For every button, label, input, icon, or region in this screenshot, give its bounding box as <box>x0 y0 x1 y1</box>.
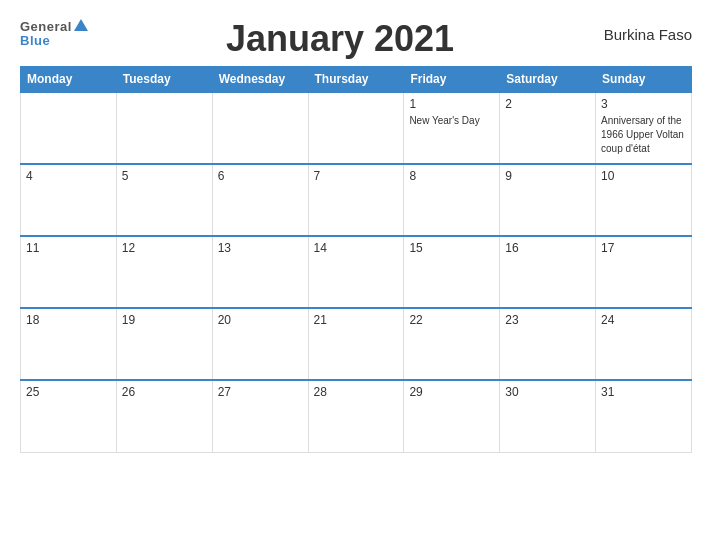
day-number: 17 <box>601 241 686 255</box>
day-number: 3 <box>601 97 686 111</box>
calendar-cell: 30 <box>500 380 596 452</box>
weekday-header-thursday: Thursday <box>308 67 404 93</box>
logo: General Blue <box>20 18 88 47</box>
calendar-cell: 7 <box>308 164 404 236</box>
day-number: 19 <box>122 313 207 327</box>
calendar-cell: 13 <box>212 236 308 308</box>
day-number: 11 <box>26 241 111 255</box>
calendar-cell: 18 <box>21 308 117 380</box>
day-number: 13 <box>218 241 303 255</box>
weekday-header-sunday: Sunday <box>596 67 692 93</box>
day-number: 2 <box>505 97 590 111</box>
day-number: 6 <box>218 169 303 183</box>
calendar-cell: 12 <box>116 236 212 308</box>
weekday-header-monday: Monday <box>21 67 117 93</box>
calendar-cell: 3Anniversary of the 1966 Upper Voltan co… <box>596 92 692 164</box>
calendar-body: 1New Year's Day23Anniversary of the 1966… <box>21 92 692 452</box>
calendar-cell <box>308 92 404 164</box>
day-number: 30 <box>505 385 590 399</box>
calendar-cell: 15 <box>404 236 500 308</box>
header: General Blue January 2021 Burkina Faso <box>20 18 692 60</box>
day-number: 8 <box>409 169 494 183</box>
calendar-cell: 16 <box>500 236 596 308</box>
day-number: 4 <box>26 169 111 183</box>
calendar-cell: 19 <box>116 308 212 380</box>
calendar-cell: 11 <box>21 236 117 308</box>
calendar-cell: 5 <box>116 164 212 236</box>
calendar-cell <box>21 92 117 164</box>
logo-blue-text: Blue <box>20 34 50 47</box>
calendar-cell: 29 <box>404 380 500 452</box>
calendar-cell: 6 <box>212 164 308 236</box>
day-number: 29 <box>409 385 494 399</box>
calendar-week-row: 1New Year's Day23Anniversary of the 1966… <box>21 92 692 164</box>
day-number: 20 <box>218 313 303 327</box>
day-number: 16 <box>505 241 590 255</box>
calendar-week-row: 45678910 <box>21 164 692 236</box>
weekday-header-wednesday: Wednesday <box>212 67 308 93</box>
calendar-cell: 21 <box>308 308 404 380</box>
calendar-cell: 25 <box>21 380 117 452</box>
day-number: 5 <box>122 169 207 183</box>
day-number: 7 <box>314 169 399 183</box>
day-number: 14 <box>314 241 399 255</box>
day-number: 28 <box>314 385 399 399</box>
day-number: 21 <box>314 313 399 327</box>
logo-triangle-icon <box>74 19 88 31</box>
day-number: 22 <box>409 313 494 327</box>
calendar-table: MondayTuesdayWednesdayThursdayFridaySatu… <box>20 66 692 453</box>
calendar-cell: 2 <box>500 92 596 164</box>
calendar-cell: 9 <box>500 164 596 236</box>
country-name: Burkina Faso <box>592 18 692 43</box>
calendar-cell: 8 <box>404 164 500 236</box>
logo-general-text: General <box>20 18 88 34</box>
day-number: 12 <box>122 241 207 255</box>
calendar-cell: 20 <box>212 308 308 380</box>
calendar-cell: 26 <box>116 380 212 452</box>
holiday-label: Anniversary of the 1966 Upper Voltan cou… <box>601 115 684 154</box>
day-number: 10 <box>601 169 686 183</box>
day-number: 24 <box>601 313 686 327</box>
calendar-cell: 23 <box>500 308 596 380</box>
calendar-cell: 10 <box>596 164 692 236</box>
calendar-cell: 4 <box>21 164 117 236</box>
calendar-cell: 27 <box>212 380 308 452</box>
day-number: 25 <box>26 385 111 399</box>
weekday-header-tuesday: Tuesday <box>116 67 212 93</box>
calendar-cell: 14 <box>308 236 404 308</box>
day-number: 9 <box>505 169 590 183</box>
day-number: 26 <box>122 385 207 399</box>
calendar-cell <box>212 92 308 164</box>
calendar-cell <box>116 92 212 164</box>
calendar-week-row: 25262728293031 <box>21 380 692 452</box>
weekday-header-saturday: Saturday <box>500 67 596 93</box>
calendar-week-row: 18192021222324 <box>21 308 692 380</box>
calendar-title: January 2021 <box>88 18 592 60</box>
day-number: 27 <box>218 385 303 399</box>
day-number: 18 <box>26 313 111 327</box>
weekday-header-friday: Friday <box>404 67 500 93</box>
day-number: 1 <box>409 97 494 111</box>
calendar-header: MondayTuesdayWednesdayThursdayFridaySatu… <box>21 67 692 93</box>
calendar-cell: 24 <box>596 308 692 380</box>
holiday-label: New Year's Day <box>409 115 479 126</box>
calendar-cell: 1New Year's Day <box>404 92 500 164</box>
calendar-cell: 17 <box>596 236 692 308</box>
calendar-cell: 28 <box>308 380 404 452</box>
calendar-week-row: 11121314151617 <box>21 236 692 308</box>
calendar-cell: 31 <box>596 380 692 452</box>
day-number: 31 <box>601 385 686 399</box>
calendar-page: General Blue January 2021 Burkina Faso M… <box>0 0 712 550</box>
calendar-cell: 22 <box>404 308 500 380</box>
day-number: 15 <box>409 241 494 255</box>
day-number: 23 <box>505 313 590 327</box>
weekday-header-row: MondayTuesdayWednesdayThursdayFridaySatu… <box>21 67 692 93</box>
